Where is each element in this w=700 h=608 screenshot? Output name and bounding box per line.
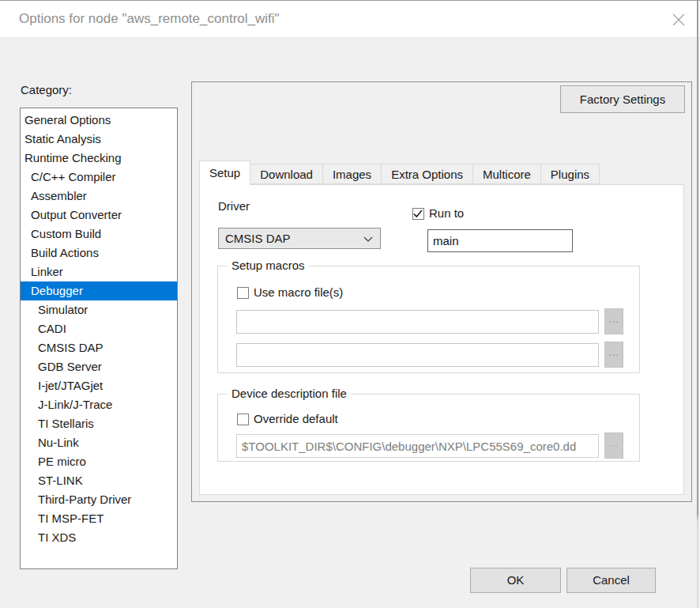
category-item-output-converter[interactable]: Output Converter — [21, 206, 177, 225]
override-default-checkbox[interactable] — [237, 414, 249, 425]
category-item-nu-link[interactable]: Nu-Link — [21, 433, 177, 452]
category-item-general-options[interactable]: General Options — [21, 111, 177, 130]
device-description-browse-button[interactable]: ... — [604, 432, 623, 459]
tab-download[interactable]: Download — [250, 164, 323, 184]
category-item-i-jet-jtagjet[interactable]: I-jet/JTAGjet — [21, 376, 177, 395]
category-item-cmsis-dap[interactable]: CMSIS DAP — [21, 338, 177, 357]
category-listbox[interactable]: General OptionsStatic AnalysisRuntime Ch… — [20, 108, 178, 569]
setup-tab-page: Driver CMSIS DAP Run to Setup macros Use… — [199, 184, 684, 495]
category-item-j-link-j-trace[interactable]: J-Link/J-Trace — [21, 395, 177, 414]
category-item-c-c-compiler[interactable]: C/C++ Compiler — [21, 168, 177, 187]
category-item-custom-build[interactable]: Custom Build — [21, 225, 177, 244]
title-bar: Options for node "aws_remote_control_wif… — [0, 0, 700, 38]
category-item-cadi[interactable]: CADI — [21, 319, 177, 338]
device-description-path-input — [236, 434, 599, 458]
run-to-input[interactable] — [427, 229, 573, 252]
driver-label: Driver — [218, 199, 250, 213]
tab-extra-options[interactable]: Extra Options — [382, 164, 473, 184]
window-title: Options for node "aws_remote_control_wif… — [19, 11, 280, 27]
category-item-ti-msp-fet[interactable]: TI MSP-FET — [21, 509, 177, 528]
category-item-gdb-server[interactable]: GDB Server — [21, 357, 177, 376]
category-item-ti-stellaris[interactable]: TI Stellaris — [21, 414, 177, 433]
driver-dropdown-value: CMSIS DAP — [225, 232, 291, 245]
category-item-assembler[interactable]: Assembler — [21, 187, 177, 206]
close-icon[interactable] — [668, 9, 690, 31]
tab-images[interactable]: Images — [323, 164, 382, 184]
device-description-legend: Device description file — [228, 387, 351, 400]
run-to-label: Run to — [429, 206, 464, 220]
override-default-label: Override default — [254, 412, 338, 425]
category-item-runtime-checking[interactable]: Runtime Checking — [21, 149, 177, 168]
category-item-pe-micro[interactable]: PE micro — [21, 452, 177, 471]
device-description-group: Device description file Override default… — [217, 394, 640, 462]
macro-file-2-browse-button[interactable]: ... — [604, 342, 623, 368]
category-item-build-actions[interactable]: Build Actions — [21, 244, 177, 262]
category-item-linker[interactable]: Linker — [21, 262, 177, 281]
category-item-simulator[interactable]: Simulator — [21, 300, 177, 319]
use-macro-files-label: Use macro file(s) — [254, 285, 343, 299]
use-macro-files-checkbox[interactable] — [237, 287, 249, 299]
chevron-down-icon — [363, 236, 373, 243]
tab-bar: SetupDownloadImagesExtra OptionsMulticor… — [199, 160, 600, 184]
tab-plugins[interactable]: Plugins — [541, 164, 600, 184]
setup-macros-legend: Setup macros — [228, 259, 309, 272]
cancel-button[interactable]: Cancel — [566, 568, 656, 593]
macro-file-2-input[interactable] — [236, 343, 599, 367]
category-label: Category: — [21, 83, 72, 96]
window-right-edge — [697, 0, 698, 608]
setup-macros-group: Setup macros Use macro file(s) ... ... — [217, 266, 640, 373]
macro-file-1-browse-button[interactable]: ... — [604, 308, 623, 334]
ok-button[interactable]: OK — [470, 568, 561, 593]
category-item-st-link[interactable]: ST-LINK — [21, 471, 177, 490]
category-item-debugger[interactable]: Debugger — [21, 281, 177, 300]
run-to-checkbox[interactable] — [412, 208, 424, 220]
driver-dropdown[interactable]: CMSIS DAP — [218, 228, 381, 249]
tab-multicore[interactable]: Multicore — [473, 164, 541, 184]
category-item-third-party-driver[interactable]: Third-Party Driver — [21, 490, 177, 509]
category-item-static-analysis[interactable]: Static Analysis — [21, 130, 177, 149]
options-panel: Factory Settings SetupDownloadImagesExtr… — [191, 81, 692, 502]
macro-file-1-input[interactable] — [236, 310, 599, 334]
factory-settings-button[interactable]: Factory Settings — [560, 85, 685, 113]
tab-setup[interactable]: Setup — [199, 160, 250, 185]
category-item-ti-xds[interactable]: TI XDS — [21, 528, 177, 547]
